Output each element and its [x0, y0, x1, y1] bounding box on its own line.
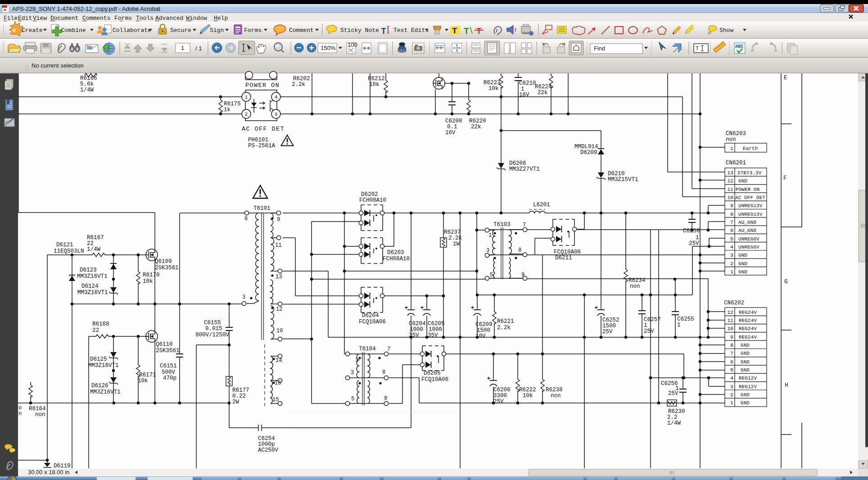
svg-text:C6258: C6258 — [683, 228, 700, 234]
svg-text:Text Edits: Text Edits — [393, 27, 429, 34]
svg-text:R6238: R6238 — [546, 387, 563, 393]
svg-text:8: 8 — [382, 369, 385, 376]
svg-text:POWER ON: POWER ON — [245, 82, 280, 89]
svg-text:AC OFF DET: AC OFF DET — [735, 195, 765, 200]
svg-text:0.22: 0.22 — [232, 393, 246, 399]
svg-text:GND: GND — [738, 178, 747, 184]
svg-text:D6202: D6202 — [361, 191, 378, 198]
svg-text:10k: 10k — [369, 82, 380, 88]
svg-text:Earth: Earth — [743, 146, 758, 151]
svg-text:C6255: C6255 — [677, 316, 694, 322]
svg-text:R6171: R6171 — [139, 372, 156, 378]
svg-text:AU_GND: AU_GND — [738, 220, 756, 225]
svg-text:1: 1 — [730, 145, 733, 151]
svg-text:File: File — [4, 15, 18, 22]
svg-text:R6168: R6168 — [92, 321, 109, 327]
svg-text:GND: GND — [741, 343, 750, 348]
svg-text:25V: 25V — [689, 240, 699, 247]
svg-text:9: 9 — [384, 395, 387, 402]
svg-text:3: 3 — [351, 370, 354, 376]
svg-text:5: 5 — [351, 396, 354, 402]
svg-text:Q6109: Q6109 — [155, 258, 172, 265]
svg-text:CN6201: CN6201 — [726, 160, 746, 166]
svg-text:Tools: Tools — [136, 15, 154, 22]
svg-text:10: 10 — [727, 326, 733, 331]
svg-text:UNREG13V: UNREG13V — [738, 212, 763, 217]
svg-text:9: 9 — [730, 203, 733, 208]
svg-text:MM3Z15VT1: MM3Z15VT1 — [608, 177, 638, 183]
svg-text:9: 9 — [521, 272, 524, 278]
svg-text:CN6203: CN6203 — [726, 131, 746, 137]
svg-text:D6124: D6124 — [81, 283, 99, 290]
svg-text:1/4W: 1/4W — [667, 420, 681, 426]
svg-text:C6208: C6208 — [445, 118, 462, 124]
svg-text:UNREG6V: UNREG6V — [738, 245, 760, 250]
svg-text:non: non — [726, 136, 736, 143]
svg-text:1/4W: 1/4W — [87, 246, 101, 253]
svg-text:T: T — [464, 26, 469, 36]
svg-text:10k: 10k — [138, 378, 148, 384]
svg-text:MM3Z16VT1: MM3Z16VT1 — [90, 389, 121, 395]
svg-text:AC250V: AC250V — [258, 447, 279, 453]
svg-text:Edit: Edit — [18, 15, 32, 22]
svg-text:14: 14 — [276, 358, 282, 364]
svg-text:25V: 25V — [493, 398, 504, 405]
svg-text:16V: 16V — [519, 92, 529, 98]
svg-text:UNREG13V: UNREG13V — [738, 203, 763, 208]
svg-text:MM3Z16VT1: MM3Z16VT1 — [77, 290, 108, 296]
svg-text:13: 13 — [276, 274, 282, 280]
svg-text:R6166: R6166 — [80, 75, 97, 82]
svg-text:7: 7 — [523, 222, 526, 228]
svg-text:UNREG6V: UNREG6V — [738, 236, 760, 242]
svg-text:Document: Document — [50, 15, 78, 22]
svg-text:H: H — [785, 382, 788, 389]
svg-text:10V: 10V — [475, 333, 486, 340]
svg-text:T: T — [381, 26, 386, 36]
svg-text:D6210: D6210 — [608, 171, 625, 177]
svg-text:Show: Show — [719, 27, 733, 34]
svg-text:1500: 1500 — [602, 323, 616, 329]
svg-text:Forms: Forms — [244, 27, 262, 34]
svg-text:Comments: Comments — [82, 15, 110, 22]
svg-text:PH6101: PH6101 — [248, 137, 268, 143]
svg-text:R6234: R6234 — [628, 277, 646, 284]
svg-text:Find: Find — [594, 45, 605, 52]
svg-text:REG24V: REG24V — [739, 318, 757, 323]
svg-text:1: 1 — [730, 400, 733, 406]
svg-text:8: 8 — [518, 247, 521, 254]
svg-text:D6126: D6126 — [91, 383, 108, 389]
svg-text:10k: 10k — [488, 86, 499, 92]
svg-text:GND: GND — [741, 367, 750, 373]
svg-text:25V: 25V — [602, 329, 613, 335]
svg-text:16V: 16V — [445, 130, 456, 136]
svg-text:C6205: C6205 — [428, 321, 445, 327]
svg-text:22: 22 — [87, 240, 94, 247]
svg-text:5.6k: 5.6k — [80, 81, 94, 87]
svg-text:9: 9 — [277, 217, 280, 223]
svg-text:GND: GND — [741, 359, 750, 365]
svg-text:D6211: D6211 — [555, 255, 572, 261]
svg-text:10k: 10k — [523, 393, 533, 399]
svg-text:FCQ10A06: FCQ10A06 — [554, 249, 581, 255]
svg-text:35V: 35V — [409, 332, 419, 339]
svg-text:1: 1 — [730, 269, 733, 275]
svg-text:2: 2 — [730, 392, 733, 398]
svg-text:7: 7 — [730, 219, 733, 225]
svg-text:GND: GND — [741, 351, 750, 356]
svg-text:R6224: R6224 — [535, 84, 552, 90]
svg-text:T6104: T6104 — [359, 346, 376, 352]
svg-text:REG24V: REG24V — [739, 310, 757, 315]
svg-text:Q6110: Q6110 — [156, 341, 173, 348]
svg-text:FCH08A10: FCH08A10 — [383, 256, 410, 262]
svg-text:3: 3 — [730, 384, 733, 389]
svg-text:800V/1250V: 800V/1250V — [195, 332, 230, 338]
svg-text:11: 11 — [275, 242, 281, 249]
svg-text:R6177: R6177 — [232, 387, 249, 394]
svg-text:D6125: D6125 — [90, 356, 107, 362]
svg-text:2SK3561: 2SK3561 — [156, 348, 180, 354]
svg-text:C6151: C6151 — [160, 363, 177, 369]
svg-text:7: 7 — [387, 346, 390, 353]
svg-text:F: F — [783, 175, 787, 181]
svg-text:GND: GND — [738, 261, 747, 267]
svg-text:4: 4 — [730, 375, 733, 381]
